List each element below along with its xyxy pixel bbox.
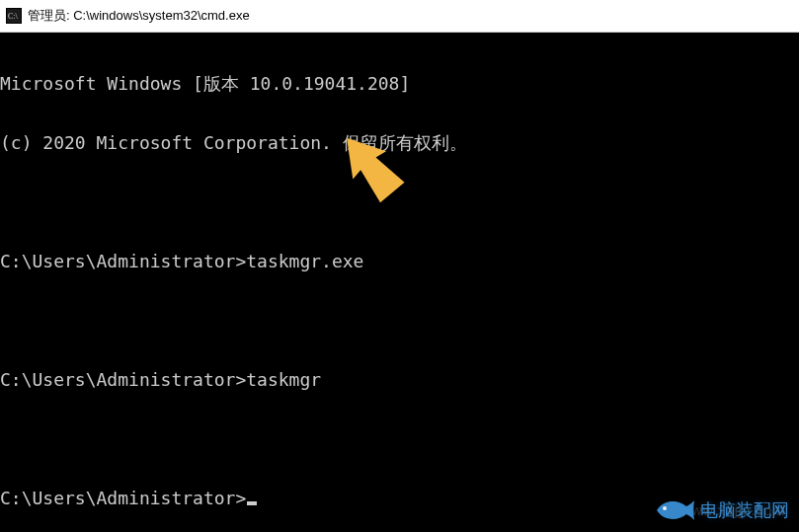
terminal-area[interactable]: Microsoft Windows [版本 10.0.19041.208] (c… (0, 33, 799, 530)
blank-line (0, 192, 799, 212)
fish-icon (655, 496, 694, 524)
copyright-line: (c) 2020 Microsoft Corporation. 保留所有权利。 (0, 133, 799, 153)
svg-point-4 (663, 506, 667, 510)
cmd-icon: C:\ (6, 8, 22, 24)
cursor (247, 501, 257, 505)
blank-line (0, 311, 799, 331)
prompt-text: C:\Users\Administrator> (0, 369, 246, 390)
prompt-line-1: C:\Users\Administrator>taskmgr.exe (0, 252, 799, 271)
prompt-text: C:\Users\Administrator> (0, 489, 246, 508)
version-line: Microsoft Windows [版本 10.0.19041.208] (0, 74, 799, 94)
prompt-text: C:\Users\Administrator> (0, 251, 246, 271)
command-text: taskmgr (246, 369, 321, 390)
blank-line (0, 429, 799, 449)
watermark-text: 电脑装配网 (700, 498, 789, 522)
titlebar: C:\ 管理员: C:\windows\system32\cmd.exe (0, 0, 799, 33)
window-title: 管理员: C:\windows\system32\cmd.exe (28, 7, 250, 25)
watermark-brand: 电脑装配网 (655, 496, 789, 524)
prompt-line-2: C:\Users\Administrator>taskmgr (0, 370, 799, 390)
command-text: taskmgr.exe (246, 251, 363, 271)
svg-text:C:\: C:\ (8, 12, 19, 21)
